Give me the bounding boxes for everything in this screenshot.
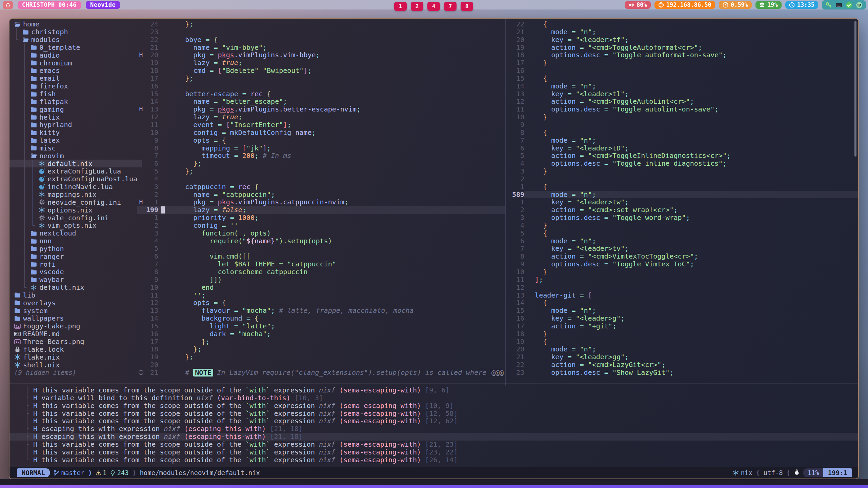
tree-item-chromium[interactable]: │ chromium bbox=[14, 59, 142, 67]
code-line[interactable]: 589 mode = "n"; bbox=[506, 191, 858, 199]
tree-item-ranger[interactable]: │ ranger bbox=[14, 252, 142, 260]
workspace-4[interactable]: 4 bbox=[427, 2, 440, 11]
code-line[interactable]: 13 key = "<leader>tl"; bbox=[506, 90, 858, 98]
tree-item-audio[interactable]: │ audio bbox=[14, 51, 142, 59]
code-line[interactable]: 13 leader-git = [ bbox=[506, 291, 858, 299]
status-pill-speaker[interactable]: 80% bbox=[625, 1, 651, 9]
code-line[interactable]: 7 timeout = 200; # In ms bbox=[137, 152, 505, 160]
tree-item-overlays[interactable]: overlays bbox=[14, 299, 142, 307]
diagnostic-row[interactable]: ├ H this variable comes from the scope o… bbox=[25, 417, 858, 425]
tree-item-default.nix[interactable]: └ default.nix bbox=[14, 284, 142, 291]
code-line[interactable]: 24 }; bbox=[137, 20, 505, 28]
code-line[interactable]: 1 { bbox=[506, 183, 858, 191]
code-line[interactable]: 11 options.desc = "Toggle autolint-on-sa… bbox=[506, 105, 858, 113]
diagnostic-row[interactable]: ├ H this variable comes from the scope o… bbox=[25, 402, 858, 410]
tree-item-vale_config.ini[interactable]: │ │ vale_config.ini bbox=[14, 214, 142, 222]
active-app-badge[interactable]: Neovide bbox=[86, 1, 120, 9]
code-line[interactable]: 4 options.desc = "Toggle inline diagnost… bbox=[506, 160, 858, 167]
tree-item-default.nix[interactable]: │ │ default.nix bbox=[9, 160, 142, 167]
code-line[interactable]: 20 bbox=[137, 361, 505, 369]
code-line[interactable]: 17 }; bbox=[137, 75, 505, 82]
code-line[interactable]: 19 { bbox=[506, 338, 858, 346]
code-line[interactable]: 2 bbox=[506, 175, 858, 183]
tree-item-modules[interactable]: └ modules bbox=[14, 36, 142, 44]
tree-item-vim_opts.nix[interactable]: │ └ vim_opts.nix bbox=[14, 222, 142, 229]
code-line[interactable]: 9 bbox=[506, 121, 858, 129]
tree-item-Three-Bears.png[interactable]: Three-Bears.png bbox=[14, 338, 142, 346]
code-line[interactable]: 16 bbox=[506, 67, 858, 75]
code-line[interactable]: 10 } bbox=[506, 268, 858, 276]
code-line[interactable]: 10 config = mkDefaultConfig name; bbox=[137, 129, 505, 137]
code-line[interactable]: 3 options.desc = "Toggle word-wrap"; bbox=[506, 214, 858, 222]
code-line[interactable]: 16 dark = "mocha"; bbox=[137, 330, 505, 338]
code-line[interactable]: 14 background = { bbox=[137, 314, 505, 322]
tree-item-emacs[interactable]: │ emacs bbox=[14, 67, 142, 75]
tree-item-vscode[interactable]: │ vscode bbox=[14, 268, 142, 276]
code-line[interactable]: 9 ]]) bbox=[137, 276, 505, 284]
code-line[interactable]: 19 }; bbox=[137, 353, 505, 361]
tree-item-nnn[interactable]: │ nnn bbox=[14, 237, 142, 245]
tray-key-icon[interactable] bbox=[825, 2, 832, 8]
tree-item-gaming[interactable]: │ gaming bbox=[14, 105, 142, 113]
code-line[interactable]: 15 mode = "n"; bbox=[506, 307, 858, 314]
code-line[interactable]: 11 ]; bbox=[506, 276, 858, 284]
code-line[interactable]: 8 colorscheme catppuccin bbox=[137, 268, 505, 276]
diagnostic-row[interactable]: ├ H this variable comes from the scope o… bbox=[25, 410, 858, 418]
code-line[interactable]: 17 action = "+git"; bbox=[506, 322, 858, 330]
code-line[interactable]: 22 { bbox=[506, 20, 858, 28]
diagnostic-row[interactable]: ├ H this variable comes from the scope o… bbox=[25, 386, 858, 394]
code-line[interactable]: 19 action = "<cmd>ToggleAutoformat<cr>"; bbox=[506, 44, 858, 52]
code-line[interactable]: 12 lazy = true; bbox=[137, 113, 505, 121]
tree-item-email[interactable]: │ email bbox=[14, 75, 142, 82]
code-line[interactable]: 14 name = "better_escape"; bbox=[137, 98, 505, 105]
code-line[interactable]: 18 options.desc = "Toggle autoformat-on-… bbox=[506, 51, 858, 59]
tree-item-home[interactable]: home bbox=[14, 20, 142, 28]
tree-item-python[interactable]: │ python bbox=[14, 245, 142, 252]
tray-check-icon[interactable] bbox=[846, 2, 852, 8]
workspace-8[interactable]: 8 bbox=[461, 2, 473, 11]
code-line[interactable]: 17 }; bbox=[137, 338, 505, 346]
code-line[interactable]: 8 mapping = ["jk"]; bbox=[137, 144, 505, 152]
code-line[interactable]: 22 bbye = { bbox=[137, 36, 505, 44]
workspace-7[interactable]: 7 bbox=[444, 2, 457, 11]
tree-item-extraConfigLuaPost.lua[interactable]: │ │ extraConfigLuaPost.lua bbox=[14, 175, 142, 183]
tree-item-lib[interactable]: lib bbox=[14, 291, 142, 299]
code-line[interactable]: 6 vim.cmd([[ bbox=[137, 252, 505, 260]
tree-item-rofi[interactable]: │ rofi bbox=[14, 260, 142, 268]
diagnostic-row[interactable]: ├ H escaping this with expression nixf (… bbox=[25, 425, 858, 433]
code-line[interactable]: 16 key = "<leader>g"; bbox=[506, 314, 858, 322]
tray-keyboard-icon[interactable] bbox=[835, 2, 842, 8]
code-line[interactable]: 199 lazy = false; bbox=[137, 206, 505, 214]
code-line[interactable]: 23 options.desc = "Show LazyGit"; bbox=[506, 369, 858, 377]
code-line[interactable]: 10 } bbox=[506, 113, 858, 121]
tree-item-shell.nix[interactable]: shell.nix bbox=[14, 361, 142, 369]
code-line[interactable]: 11 event = ["InsertEnter"]; bbox=[137, 121, 505, 129]
tree-item-hyprland[interactable]: │ hyprland bbox=[14, 121, 142, 129]
tree-item-fish[interactable]: │ fish bbox=[14, 90, 142, 98]
code-line[interactable]: 18 }; bbox=[137, 345, 505, 353]
code-line[interactable]: 12 action = "<cmd>ToggleAutoLint<cr>"; bbox=[506, 98, 858, 105]
tree-item-flake.nix[interactable]: flake.nix bbox=[14, 353, 142, 361]
status-pill-globe[interactable]: 192.168.86.50 bbox=[654, 1, 715, 9]
code-line[interactable]: 4 } bbox=[506, 222, 858, 229]
diagnostic-row[interactable]: ├ H this variable comes from the scope o… bbox=[25, 441, 858, 448]
code-line[interactable]: 1 key = "<leader>tw"; bbox=[506, 198, 858, 206]
code-line[interactable]: 20 mode = "n"; bbox=[506, 345, 858, 353]
code-line[interactable]: 21 name = "vim-bbye"; bbox=[137, 44, 505, 52]
tree-item-kitty[interactable]: │ kitty bbox=[14, 129, 142, 137]
status-pill-gauge[interactable]: 0.59% bbox=[719, 1, 752, 9]
code-line[interactable]: 21 # NOTE In LazyVim require("clang_exte… bbox=[137, 369, 505, 377]
code-line[interactable]: 13 flavour = "mocha"; # latte, frappe, m… bbox=[137, 307, 505, 314]
code-line[interactable]: 12 opts = { bbox=[137, 299, 505, 307]
code-line[interactable]: 16 bbox=[137, 82, 505, 90]
code-line[interactable]: 21 key = "<leader>gg"; bbox=[506, 353, 858, 361]
tray-spotify-icon[interactable] bbox=[856, 2, 863, 8]
tree-item-extraConfigLua.lua[interactable]: │ │ extraConfigLua.lua bbox=[14, 167, 142, 175]
tree-item-firefox[interactable]: │ firefox bbox=[14, 82, 142, 90]
tree-item-inclineNavic.lua[interactable]: │ │ inclineNavic.lua bbox=[14, 183, 142, 191]
code-line[interactable]: 19 lazy = true; bbox=[137, 59, 505, 67]
status-pill-clock[interactable]: 13:35 bbox=[785, 1, 818, 9]
code-line[interactable]: 2 name = "catppuccin"; bbox=[137, 191, 505, 199]
code-line[interactable]: 9 opts = { bbox=[137, 137, 505, 144]
user-session-badge[interactable]: CHRISTOPH 00:46 bbox=[18, 1, 81, 9]
